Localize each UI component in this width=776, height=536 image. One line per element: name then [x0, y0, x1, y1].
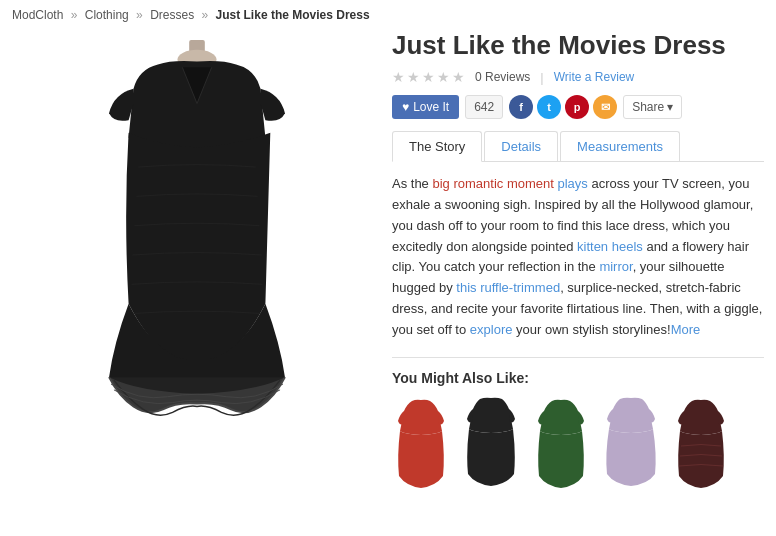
- review-count: 0 Reviews: [475, 70, 530, 84]
- reviews-divider: |: [540, 70, 543, 85]
- social-row: ♥ Love It 642 f t p ✉ Share ▾: [392, 95, 764, 119]
- list-item[interactable]: [392, 396, 450, 491]
- breadcrumb-current: Just Like the Movies Dress: [216, 8, 370, 22]
- love-count: 642: [465, 95, 503, 119]
- social-icons: f t p ✉: [509, 95, 617, 119]
- also-like-label: You Might Also Like:: [392, 370, 764, 386]
- breadcrumb-dresses[interactable]: Dresses: [150, 8, 194, 22]
- product-image: [57, 40, 337, 470]
- twitter-icon[interactable]: t: [537, 95, 561, 119]
- list-item[interactable]: [672, 396, 730, 491]
- heart-icon: ♥: [402, 100, 409, 114]
- tabs: The Story Details Measurements: [392, 131, 764, 162]
- star-3: ★: [422, 69, 435, 85]
- reviews-row: ★ ★ ★ ★ ★ 0 Reviews | Write a Review: [392, 69, 764, 85]
- breadcrumb-sep-3: »: [202, 8, 209, 22]
- link-2[interactable]: kitten heels: [577, 239, 643, 254]
- product-title: Just Like the Movies Dress: [392, 30, 764, 61]
- suggested-dress-3: [532, 396, 590, 491]
- star-rating: ★ ★ ★ ★ ★: [392, 69, 465, 85]
- chevron-down-icon: ▾: [667, 100, 673, 114]
- write-review-link[interactable]: Write a Review: [554, 70, 634, 84]
- breadcrumb-sep-1: »: [71, 8, 78, 22]
- highlight-1: big romantic moment: [432, 176, 553, 191]
- breadcrumb-sep-2: »: [136, 8, 143, 22]
- breadcrumb-clothing[interactable]: Clothing: [85, 8, 129, 22]
- suggested-dress-2: [462, 396, 520, 491]
- suggested-items: [392, 396, 764, 491]
- star-1: ★: [392, 69, 405, 85]
- link-5[interactable]: explore: [470, 322, 513, 337]
- story-text: As the big romantic moment plays across …: [392, 174, 764, 340]
- more-link[interactable]: More: [671, 322, 701, 337]
- main-content: Just Like the Movies Dress ★ ★ ★ ★ ★ 0 R…: [0, 30, 776, 491]
- list-item[interactable]: [462, 396, 520, 491]
- love-button[interactable]: ♥ Love It: [392, 95, 459, 119]
- link-4[interactable]: this ruffle-trimmed: [456, 280, 560, 295]
- suggested-dress-4: [602, 396, 660, 491]
- tab-measurements[interactable]: Measurements: [560, 131, 680, 161]
- share-button[interactable]: Share ▾: [623, 95, 682, 119]
- breadcrumb: ModCloth » Clothing » Dresses » Just Lik…: [0, 0, 776, 30]
- link-1[interactable]: plays: [557, 176, 587, 191]
- star-4: ★: [437, 69, 450, 85]
- suggested-dress-5: [672, 396, 730, 491]
- love-label: Love It: [413, 100, 449, 114]
- product-image-area: [12, 30, 382, 491]
- link-3[interactable]: mirror: [599, 259, 632, 274]
- suggested-dress-1: [392, 396, 450, 491]
- tab-story[interactable]: The Story: [392, 131, 482, 162]
- list-item[interactable]: [532, 396, 590, 491]
- tab-details[interactable]: Details: [484, 131, 558, 161]
- product-info: Just Like the Movies Dress ★ ★ ★ ★ ★ 0 R…: [382, 30, 764, 491]
- star-5: ★: [452, 69, 465, 85]
- facebook-icon[interactable]: f: [509, 95, 533, 119]
- pinterest-icon[interactable]: p: [565, 95, 589, 119]
- share-label: Share: [632, 100, 664, 114]
- list-item[interactable]: [602, 396, 660, 491]
- section-divider: [392, 357, 764, 358]
- star-2: ★: [407, 69, 420, 85]
- email-icon[interactable]: ✉: [593, 95, 617, 119]
- breadcrumb-modcloth[interactable]: ModCloth: [12, 8, 63, 22]
